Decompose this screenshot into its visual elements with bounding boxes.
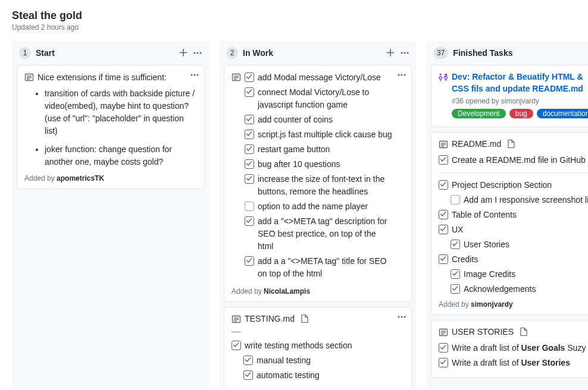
checklist-item: add a "<>META tag" description for SEO b… <box>245 215 392 253</box>
checkbox-icon[interactable] <box>245 159 254 169</box>
svg-point-4 <box>194 74 196 76</box>
note-intro: Nice extensions if time is sufficient: <box>37 71 197 84</box>
checkbox-icon[interactable] <box>439 254 448 264</box>
added-by: Added by NicolaLampis <box>232 287 404 295</box>
checkbox-icon[interactable] <box>245 202 254 211</box>
column-menu-icon[interactable] <box>193 48 202 58</box>
label-bug[interactable]: bug <box>509 109 533 118</box>
checklist-item: restart game button <box>245 143 392 156</box>
checkbox-icon[interactable] <box>439 210 448 219</box>
card-menu-icon[interactable] <box>190 70 199 80</box>
checklist-item: script.js fast multiple click cause bug <box>245 128 392 141</box>
column-start: 1 Start Nice extensions if time is suffi… <box>12 41 209 388</box>
pr-meta: #36 opened by simonjvardy <box>452 97 588 105</box>
column-title: Start <box>36 48 174 58</box>
file-card-testing[interactable]: TESTING.md —- write testing methods sect… <box>224 307 412 388</box>
checklist-item: UX <box>439 224 588 236</box>
checklist-item: option to add the name player <box>245 200 392 213</box>
column-title: In Work <box>243 48 381 58</box>
checklist-item: Add am I responsive screenshot links <box>451 194 588 206</box>
checkbox-icon[interactable] <box>451 269 460 279</box>
note-card[interactable]: Nice extensions if time is sufficient: t… <box>17 65 205 189</box>
column-inwork: 2 In Work add Modal message <box>219 41 417 388</box>
file-card-userstories[interactable]: USER STORIES Write a draft list of User … <box>431 320 588 378</box>
file-title: TESTING.md <box>245 314 295 323</box>
checkbox-icon[interactable] <box>439 343 448 353</box>
file-icon <box>507 139 515 149</box>
checkbox-icon[interactable] <box>245 144 254 154</box>
checkbox-icon[interactable] <box>451 195 460 205</box>
note-icon <box>439 328 448 337</box>
svg-point-10 <box>401 52 403 54</box>
label-development[interactable]: Development <box>452 109 506 118</box>
pull-request-icon <box>439 73 448 82</box>
card-menu-icon[interactable] <box>397 70 406 80</box>
file-icon <box>520 327 528 336</box>
added-by: Added by simonjvardy <box>439 300 588 309</box>
checkbox-icon[interactable] <box>451 240 460 249</box>
column-finished: 37 Finished Tasks Dev: Refactor & Beuati… <box>426 41 588 388</box>
svg-point-2 <box>200 52 202 54</box>
svg-point-14 <box>401 74 403 76</box>
svg-point-15 <box>404 74 406 76</box>
checkbox-icon[interactable] <box>243 370 253 380</box>
checkbox-icon[interactable] <box>439 225 448 234</box>
add-card-icon[interactable] <box>179 48 188 58</box>
checkbox-icon[interactable] <box>245 256 254 266</box>
checkbox-icon[interactable] <box>245 87 254 97</box>
column-count-badge: 37 <box>433 47 448 59</box>
checklist-item: Credits <box>439 253 588 266</box>
svg-point-5 <box>197 74 199 76</box>
page-subtitle: Updated 2 hours ago <box>12 23 576 32</box>
checklist-item: add counter of coins <box>245 114 392 126</box>
checklist-item: Create a README.md file in GitHub <box>439 154 588 166</box>
pr-title-link[interactable]: Dev: Refactor & Beuatify HTML & CSS fils… <box>452 71 588 95</box>
file-icon <box>301 314 309 323</box>
page-title: Steal the gold <box>12 10 576 22</box>
note-icon <box>232 73 241 82</box>
svg-point-3 <box>191 74 193 76</box>
checklist-item: add Modal message Victory/Lose <box>245 71 392 84</box>
note-icon <box>24 73 34 82</box>
checkbox-icon[interactable] <box>245 130 254 139</box>
board: 1 Start Nice extensions if time is suffi… <box>0 36 588 390</box>
separator: —- <box>232 385 404 388</box>
file-card-readme[interactable]: README.md Create a README.md file in Git… <box>431 132 588 315</box>
note-icon <box>232 314 241 324</box>
checkbox-icon[interactable] <box>245 174 254 184</box>
checklist-card[interactable]: add Modal message Victory/Lose connect M… <box>224 65 412 302</box>
pr-card[interactable]: Dev: Refactor & Beuatify HTML & CSS fils… <box>431 65 588 127</box>
checklist-item: add a a "<>META tag" title for SEO on to… <box>245 255 392 280</box>
svg-point-0 <box>194 52 196 54</box>
separator: —- <box>232 328 404 336</box>
column-menu-icon[interactable] <box>400 48 409 58</box>
checklist-item: connect Modal Victory/Lose to javascript… <box>245 86 392 111</box>
column-count-badge: 2 <box>226 47 238 59</box>
svg-point-21 <box>401 316 403 318</box>
note-bullet: joker function: change question for anot… <box>45 143 197 168</box>
checkbox-icon[interactable] <box>451 284 460 294</box>
checkbox-icon[interactable] <box>245 216 254 226</box>
label-documentation[interactable]: documentation <box>537 109 588 118</box>
checklist-item: automatic testing <box>243 369 404 382</box>
svg-point-22 <box>404 316 406 318</box>
file-title: USER STORIES <box>452 327 514 336</box>
add-card-icon[interactable] <box>386 48 395 58</box>
checkbox-icon[interactable] <box>243 356 253 365</box>
checkbox-icon[interactable] <box>439 358 448 367</box>
checkbox-icon[interactable] <box>439 180 448 190</box>
checkbox-icon[interactable] <box>232 341 241 350</box>
checklist-item: Table of Contents <box>439 209 588 221</box>
column-title: Finished Tasks <box>453 48 588 58</box>
checkbox-icon[interactable] <box>245 73 254 82</box>
checkbox-icon[interactable] <box>439 155 448 165</box>
svg-point-13 <box>398 74 400 76</box>
checklist-item: write testing methods section <box>232 339 404 352</box>
checklist-item: Acknowledgements <box>451 283 588 295</box>
added-by: Added by apometricsTK <box>24 174 197 183</box>
checklist-item: bug after 10 questions <box>245 158 392 171</box>
card-menu-icon[interactable] <box>397 312 406 322</box>
checkbox-icon[interactable] <box>245 115 254 124</box>
checklist-item: User Stories <box>451 238 588 251</box>
checklist-item: Write a draft list of User Goals Suzy <box>439 342 588 354</box>
